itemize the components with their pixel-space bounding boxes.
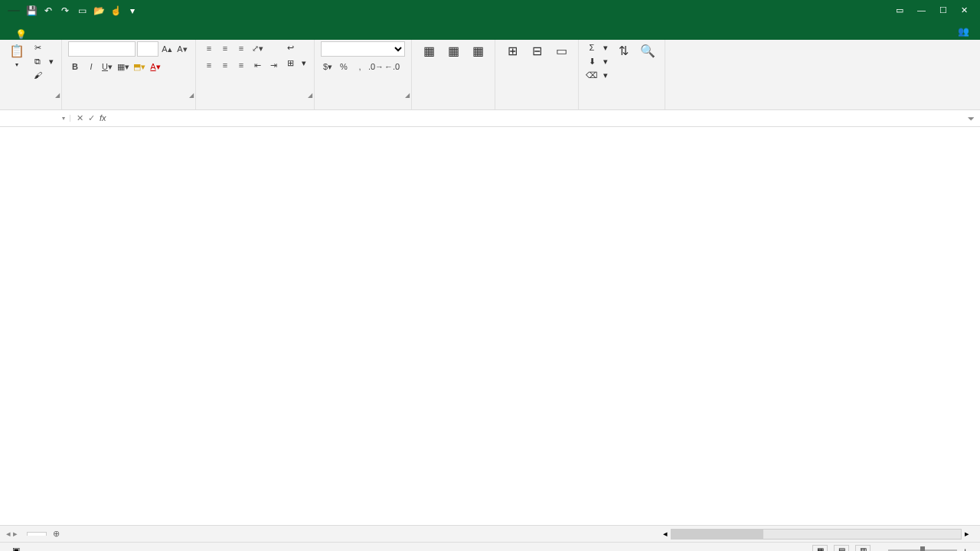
group-label	[321, 106, 405, 109]
horizontal-scrollbar[interactable]: ◂ ▸	[66, 529, 980, 540]
fill-button[interactable]: ⬇ ▾	[585, 55, 609, 67]
italic-icon[interactable]: I	[84, 60, 98, 73]
wrap-text-button[interactable]: ↩	[283, 41, 308, 54]
insert-cells-button[interactable]: ⊞	[501, 41, 523, 61]
cut-button[interactable]: ✂	[31, 41, 55, 54]
sheet-tab[interactable]	[27, 532, 47, 536]
find-select-button[interactable]: 🔍	[637, 41, 658, 61]
ribbon-options-icon[interactable]: ▭	[896, 5, 903, 15]
border-icon[interactable]: ▦▾	[116, 60, 130, 73]
cancel-formula-icon[interactable]: ✕	[77, 113, 83, 123]
sheet-nav-icon[interactable]: ◂ ▸	[0, 529, 24, 539]
tell-me[interactable]: 💡	[15, 29, 30, 40]
orientation-icon[interactable]: ⤢▾	[250, 41, 264, 55]
normal-view-icon[interactable]: ▦	[812, 545, 828, 552]
group-clipboard: 📋▾ ✂ ⧉ ▾ 🖌 ◢	[0, 40, 62, 109]
font-size-combo[interactable]	[137, 41, 158, 57]
new-icon[interactable]: ▭	[77, 5, 87, 16]
zoom-out-icon[interactable]: −	[877, 546, 881, 552]
maximize-icon[interactable]: ☐	[939, 5, 947, 15]
group-cells: ⊞ ⊟ ▭	[495, 40, 579, 109]
fx-icon[interactable]: fx	[100, 113, 106, 123]
underline-icon[interactable]: U▾	[100, 60, 114, 73]
group-label	[418, 106, 488, 109]
group-styles: ▦ ▦ ▦	[412, 40, 495, 109]
bold-icon[interactable]: B	[68, 60, 82, 73]
format-painter-button[interactable]: 🖌	[31, 69, 55, 81]
ribbon-tabs: 💡 👥	[0, 21, 980, 40]
outdent-icon[interactable]: ⇤	[250, 58, 264, 72]
align-bottom-icon[interactable]: ≡	[234, 41, 248, 55]
sort-filter-button[interactable]: ⇅	[612, 41, 634, 61]
group-editing: Σ ▾ ⬇ ▾ ⌫ ▾ ⇅ 🔍	[579, 40, 665, 109]
indent-icon[interactable]: ⇥	[266, 58, 280, 72]
worksheet[interactable]	[0, 127, 980, 525]
page-break-view-icon[interactable]: ▥	[855, 545, 871, 552]
fill-color-icon[interactable]: ⬒▾	[132, 60, 146, 73]
undo-icon[interactable]: ↶	[43, 5, 54, 16]
dialog-launcher-icon[interactable]: ◢	[55, 92, 60, 99]
clear-button[interactable]: ⌫ ▾	[585, 69, 609, 81]
redo-icon[interactable]: ↷	[60, 5, 70, 16]
dialog-launcher-icon[interactable]: ◢	[189, 92, 194, 99]
group-label	[6, 106, 55, 109]
ribbon: 📋▾ ✂ ⧉ ▾ 🖌 ◢ A▴ A▾ B I U▾ ▦▾ ⬒▾	[0, 40, 980, 110]
font-name-combo[interactable]	[68, 41, 136, 57]
format-cells-button[interactable]: ▭	[550, 41, 572, 61]
inc-decimal-icon[interactable]: .0→	[369, 60, 383, 73]
zoom-in-icon[interactable]: +	[963, 546, 968, 552]
align-center-icon[interactable]: ≡	[218, 58, 232, 72]
currency-icon[interactable]: $▾	[321, 60, 335, 73]
paste-button[interactable]: 📋▾	[6, 41, 28, 70]
conditional-formatting-button[interactable]: ▦	[418, 41, 439, 61]
page-layout-view-icon[interactable]: ▤	[834, 545, 849, 552]
window-controls: ▭ — ☐ ✕	[896, 5, 977, 15]
percent-icon[interactable]: %	[337, 60, 351, 73]
format-as-table-button[interactable]: ▦	[443, 41, 464, 61]
comma-icon[interactable]: ,	[353, 60, 367, 73]
titlebar: 💾 ↶ ↷ ▭ 📂 ☝ ▾ ▭ — ☐ ✕	[0, 0, 980, 21]
status-bar: ▣ ▦ ▤ ▥ − +	[0, 542, 980, 551]
align-right-icon[interactable]: ≡	[234, 58, 248, 72]
merge-center-button[interactable]: ⊞ ▾	[283, 57, 308, 69]
group-label	[585, 106, 658, 109]
sheet-tab-bar: ◂ ▸ ⊕ ◂ ▸	[0, 525, 980, 542]
enter-formula-icon[interactable]: ✓	[88, 113, 95, 123]
touch-icon[interactable]: ☝	[110, 5, 121, 16]
group-label	[68, 106, 189, 109]
number-format-combo[interactable]	[321, 41, 405, 57]
close-icon[interactable]: ✕	[961, 5, 968, 15]
minimize-icon[interactable]: —	[917, 5, 926, 15]
copy-button[interactable]: ⧉ ▾	[31, 55, 55, 67]
expand-formula-icon[interactable]: ⏷	[962, 114, 980, 123]
group-label	[501, 106, 572, 109]
group-label	[202, 106, 308, 109]
autosave-toggle[interactable]	[8, 10, 20, 11]
macro-record-icon[interactable]: ▣	[12, 546, 20, 551]
formula-bar: ▾ ✕ ✓ fx ⏷	[0, 110, 980, 127]
align-left-icon[interactable]: ≡	[202, 58, 216, 72]
qat-dropdown-icon[interactable]: ▾	[127, 5, 138, 16]
align-top-icon[interactable]: ≡	[202, 41, 216, 55]
formula-input[interactable]	[117, 114, 962, 123]
cell-styles-button[interactable]: ▦	[467, 41, 488, 61]
dialog-launcher-icon[interactable]: ◢	[405, 92, 410, 99]
group-number: $▾ % , .0→ ←.0 ◢	[315, 40, 412, 109]
quick-access-toolbar: 💾 ↶ ↷ ▭ 📂 ☝ ▾	[3, 5, 142, 16]
dialog-launcher-icon[interactable]: ◢	[308, 92, 312, 99]
group-alignment: ≡ ≡ ≡ ⤢▾ ≡ ≡ ≡ ⇤ ⇥ ↩ ⊞ ▾ ◢	[196, 40, 315, 109]
align-middle-icon[interactable]: ≡	[218, 41, 232, 55]
delete-cells-button[interactable]: ⊟	[526, 41, 547, 61]
group-font: A▴ A▾ B I U▾ ▦▾ ⬒▾ A▾ ◢	[62, 40, 196, 109]
share-button[interactable]: 👥	[950, 23, 980, 40]
new-sheet-icon[interactable]: ⊕	[47, 529, 66, 539]
save-icon[interactable]: 💾	[26, 5, 37, 16]
autosum-button[interactable]: Σ ▾	[585, 41, 609, 54]
dec-decimal-icon[interactable]: ←.0	[385, 60, 399, 73]
shrink-font-icon[interactable]: A▾	[175, 42, 189, 56]
grow-font-icon[interactable]: A▴	[160, 42, 174, 56]
open-icon[interactable]: 📂	[93, 5, 104, 16]
font-color-icon[interactable]: A▾	[149, 60, 162, 73]
name-box[interactable]: ▾	[0, 115, 70, 122]
